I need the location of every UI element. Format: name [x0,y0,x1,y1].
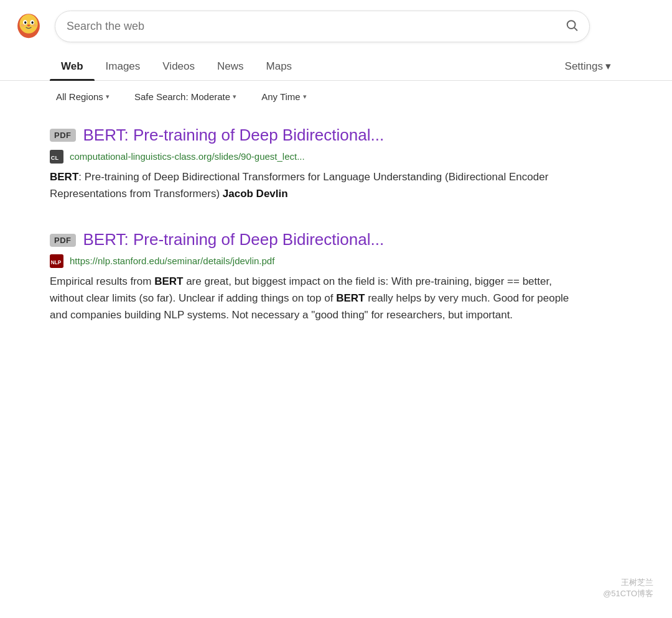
tab-news[interactable]: News [206,53,255,80]
result-url-row: NLP https://nlp.stanford.edu/seminar/det… [50,254,622,268]
search-icon [565,19,579,32]
safe-search-label: Safe Search: Moderate [134,91,230,102]
search-input[interactable]: jacob devlin bert presentation [55,11,590,42]
logo[interactable] [12,9,45,44]
time-chevron-icon: ▾ [303,93,307,101]
time-label: Any Time [261,91,301,102]
tab-videos[interactable]: Videos [151,53,206,80]
tab-web[interactable]: Web [50,53,95,80]
safe-search-filter[interactable]: Safe Search: Moderate ▾ [128,88,243,105]
svg-point-5 [31,21,33,24]
result-snippet: BERT: Pre-training of Deep Bidirectional… [50,168,572,202]
search-button[interactable] [562,16,581,37]
result-item: PDF BERT: Pre-training of Deep Bidirecti… [50,125,622,202]
watermark: 王树芝兰 @51CTO博客 [603,577,653,599]
result-snippet: Empirical results from BERT are great, b… [50,273,572,324]
header: jacob devlin bert presentation [0,0,672,52]
snippet-bold-author: Jacob Devlin [223,188,288,200]
snippet-bold-bert1: BERT [154,275,183,287]
svg-point-4 [24,21,26,24]
nav-tabs: Web Images Videos News Maps Settings ▾ [0,52,672,81]
tab-images[interactable]: Images [95,53,152,80]
snippet-bold-bert2: BERT [336,292,365,304]
result-url-link[interactable]: https://nlp.stanford.edu/seminar/details… [70,256,274,266]
regions-filter[interactable]: All Regions ▾ [50,88,116,105]
result-title-row: PDF BERT: Pre-training of Deep Bidirecti… [50,229,622,251]
regions-chevron-icon: ▾ [106,93,110,101]
svg-point-8 [33,24,37,27]
time-filter[interactable]: Any Time ▾ [255,88,313,105]
pdf-badge: PDF [50,234,76,247]
site-favicon-icon: CL [50,150,63,164]
filters-bar: All Regions ▾ Safe Search: Moderate ▾ An… [0,81,672,113]
safe-search-chevron-icon: ▾ [233,93,236,101]
svg-line-10 [574,28,577,30]
result-title-row: PDF BERT: Pre-training of Deep Bidirecti… [50,125,622,146]
settings-menu[interactable]: Settings ▾ [554,52,622,80]
svg-point-6 [27,24,30,26]
result-item: PDF BERT: Pre-training of Deep Bidirecti… [50,229,622,323]
svg-point-1 [19,14,37,34]
settings-chevron-icon: ▾ [605,60,611,73]
search-bar-wrapper: jacob devlin bert presentation [55,11,590,42]
pdf-badge: PDF [50,129,76,142]
tab-maps[interactable]: Maps [255,53,304,80]
result-url-link[interactable]: computational-linguistics-class.org/slid… [70,151,305,162]
snippet-bold: BERT [50,171,78,183]
svg-text:NLP: NLP [51,260,62,265]
svg-point-7 [21,24,25,27]
svg-text:CL: CL [51,154,59,160]
search-results: PDF BERT: Pre-training of Deep Bidirecti… [0,113,672,364]
watermark-line2: @51CTO博客 [603,588,653,599]
result-url-row: CL computational-linguistics-class.org/s… [50,150,622,164]
settings-label: Settings [565,60,603,73]
result-title-link[interactable]: BERT: Pre-training of Deep Bidirectional… [83,229,385,251]
site-favicon-icon: NLP [50,254,63,268]
regions-label: All Regions [56,91,103,102]
result-title-link[interactable]: BERT: Pre-training of Deep Bidirectional… [83,125,385,146]
watermark-line1: 王树芝兰 [603,577,653,588]
